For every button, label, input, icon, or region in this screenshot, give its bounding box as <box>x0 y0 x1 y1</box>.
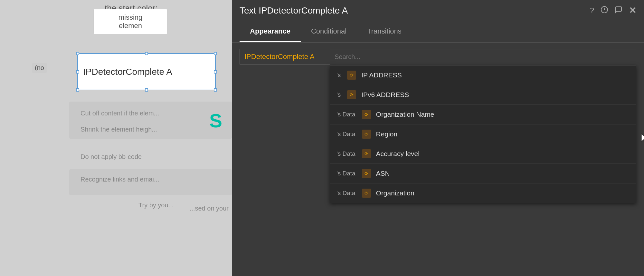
cursor-arrow-icon <box>640 133 644 144</box>
shrink-text: Shrink the element heigh... <box>80 126 157 133</box>
search-input[interactable] <box>330 50 636 64</box>
tabs-bar: Appearance Conditional Transitions <box>232 21 644 43</box>
panel-icons: ? ✕ <box>590 5 636 16</box>
item-icon-3: ⟳ <box>362 130 371 139</box>
item-text-5: ASN <box>376 170 390 177</box>
dropdown-list: 's ⟳ IP ADDRESS 's ⟳ IPv6 ADDRESS 's Dat… <box>330 65 636 203</box>
item-text-0: IP ADDRESS <box>361 71 402 79</box>
selected-element[interactable]: IPDetectorComplete A <box>77 53 216 90</box>
based-text: ...sed on your <box>190 205 229 212</box>
handle-ml[interactable] <box>76 70 79 74</box>
dropdown-item-ipv6-address[interactable]: 's ⟳ IPv6 ADDRESS <box>330 85 636 105</box>
help-icon[interactable]: ? <box>590 6 594 15</box>
canvas-area: the start color: missing elemen (no IPDe… <box>0 0 232 276</box>
item-icon-2: ⟳ <box>362 110 371 119</box>
expression-row: IPDetectorComplete A 's ⟳ IP ADDRESS 's … <box>240 49 636 64</box>
handle-mr[interactable] <box>214 70 217 74</box>
handle-bl[interactable] <box>76 88 79 92</box>
item-prefix-1: 's <box>336 91 341 98</box>
cut-off-text: Cut off content if the elem... <box>80 110 159 117</box>
missing-element-box: missing elemen <box>93 9 167 34</box>
missing-line1: missing <box>100 13 161 22</box>
handle-tl[interactable] <box>76 52 79 55</box>
item-prefix-4: 's Data <box>336 150 355 157</box>
dropdown-item-asn[interactable]: 's Data ⟳ ASN <box>330 164 636 183</box>
panel-body: IPDetectorComplete A 's ⟳ IP ADDRESS 's … <box>232 43 644 74</box>
no-label: (no <box>32 63 47 73</box>
tab-transitions[interactable]: Transitions <box>357 21 412 42</box>
expression-label: IPDetectorComplete A <box>240 49 330 64</box>
item-text-2: Organization Name <box>376 111 434 118</box>
item-icon-4: ⟳ <box>362 149 371 158</box>
item-icon-0: ⟳ <box>347 71 356 80</box>
panel-title: Text IPDetectorComplete A <box>240 5 348 16</box>
item-text-4: Accuracy level <box>376 150 420 158</box>
comment-icon[interactable] <box>615 6 622 15</box>
item-prefix-3: 's Data <box>336 131 355 138</box>
info-icon[interactable] <box>601 6 608 15</box>
item-icon-1: ⟳ <box>347 90 356 99</box>
tab-conditional[interactable]: Conditional <box>301 21 357 42</box>
item-icon-6: ⟳ <box>362 189 371 198</box>
teal-letter: S <box>209 110 222 132</box>
item-prefix-2: 's Data <box>336 111 355 118</box>
handle-tr[interactable] <box>214 52 217 55</box>
missing-line2: elemen <box>100 22 161 30</box>
recognize-text: Recognize links and emai... <box>80 176 159 183</box>
dropdown-item-ip-address[interactable]: 's ⟳ IP ADDRESS <box>330 65 636 85</box>
panel-header: Text IPDetectorComplete A ? ✕ <box>232 0 644 21</box>
item-text-3: Region <box>376 130 398 138</box>
handle-tm[interactable] <box>145 52 148 55</box>
dropdown-item-organization[interactable]: 's Data ⟳ Organization <box>330 183 636 203</box>
item-icon-5: ⟳ <box>362 169 371 178</box>
close-icon[interactable]: ✕ <box>629 5 636 16</box>
handle-bm[interactable] <box>145 88 148 92</box>
item-prefix-5: 's Data <box>336 170 355 177</box>
tab-appearance[interactable]: Appearance <box>240 21 301 42</box>
item-text-1: IPv6 ADDRESS <box>361 91 409 99</box>
do-not-text: Do not apply bb-code <box>80 153 142 161</box>
item-text-6: Organization <box>376 189 414 197</box>
selected-element-text: IPDetectorComplete A <box>83 67 172 77</box>
item-prefix-0: 's <box>336 72 341 79</box>
try-text: Try by you... <box>138 202 174 209</box>
dropdown-item-accuracy[interactable]: 's Data ⟳ Accuracy level <box>330 144 636 164</box>
item-prefix-6: 's Data <box>336 190 355 197</box>
handle-br[interactable] <box>214 88 217 92</box>
right-panel: Text IPDetectorComplete A ? ✕ Appearance… <box>232 0 644 276</box>
dropdown-item-region[interactable]: 's Data ⟳ Region <box>330 124 636 144</box>
dropdown-item-org-name[interactable]: 's Data ⟳ Organization Name <box>330 105 636 124</box>
